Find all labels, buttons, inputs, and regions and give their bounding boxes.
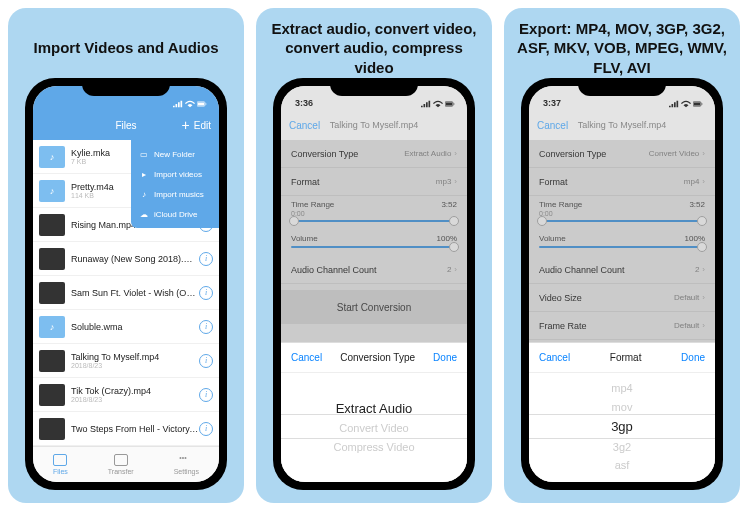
- nav-bar: Cancel Talking To Myself.mp4: [529, 110, 715, 140]
- info-icon[interactable]: i: [199, 252, 213, 266]
- sheet-title: Format: [610, 352, 642, 363]
- tab-files[interactable]: Files: [53, 454, 68, 475]
- file-row[interactable]: Sam Sun Ft. Violet - Wish (Oh No!).mp3i: [33, 276, 219, 310]
- sheet-done[interactable]: Done: [433, 352, 457, 363]
- info-icon[interactable]: i: [199, 286, 213, 300]
- popup-icon: ♪: [139, 189, 149, 199]
- audio-icon: ♪: [39, 146, 65, 168]
- file-row[interactable]: Tik Tok (Crazy).mp42018/8/23i: [33, 378, 219, 412]
- popup-label: Import videos: [154, 170, 202, 179]
- picker-item[interactable]: asf: [615, 457, 630, 475]
- popup-icon: ▸: [139, 169, 149, 179]
- popup-label: New Folder: [154, 150, 195, 159]
- file-row[interactable]: Two Steps From Hell - Victory.mp3i: [33, 412, 219, 446]
- nav-bar: Files + Edit: [33, 110, 219, 140]
- file-row[interactable]: ♪Soluble.wmai: [33, 310, 219, 344]
- audio-icon: ♪: [39, 316, 65, 338]
- info-icon[interactable]: i: [199, 320, 213, 334]
- video-thumbnail: [39, 214, 65, 236]
- tab-bar: Files Transfer •••Settings: [33, 446, 219, 482]
- card-title: Extract audio, convert video, convert au…: [264, 18, 484, 78]
- nav-title: Talking To Myself.mp4: [330, 120, 418, 130]
- file-row[interactable]: Runaway (New Song 2018).mp4i: [33, 242, 219, 276]
- status-icons: [669, 100, 703, 108]
- phone-frame: Files + Edit ♪Kylie.mka7 KBi♪Pretty.m4a1…: [25, 78, 227, 490]
- conversion-settings: Conversion Type Convert Video› Format mp…: [529, 140, 715, 482]
- sheet-title: Conversion Type: [340, 352, 415, 363]
- promo-card-3: Export: MP4, MOV, 3GP, 3G2, ASF, MKV, VO…: [504, 8, 740, 503]
- phone-frame: 3:37 Cancel Talking To Myself.mp4 Conver…: [521, 78, 723, 490]
- status-icons: [173, 100, 207, 108]
- popup-item[interactable]: ▭New Folder: [131, 144, 219, 164]
- popup-item[interactable]: ♪Import musics: [131, 184, 219, 204]
- svg-rect-1: [198, 103, 204, 106]
- picker-item[interactable]: mov: [612, 399, 633, 417]
- picker-item[interactable]: Extract Audio: [336, 399, 413, 420]
- picker-sheet: Cancel Conversion Type Done Extract Audi…: [281, 342, 467, 482]
- info-icon[interactable]: i: [199, 388, 213, 402]
- popup-label: iCloud Drive: [154, 210, 198, 219]
- popup-icon: ☁: [139, 209, 149, 219]
- add-popup: ▭New Folder▸Import videos♪Import musics☁…: [131, 140, 219, 228]
- sheet-cancel[interactable]: Cancel: [539, 352, 570, 363]
- file-row[interactable]: Talking To Myself.mp42018/8/23i: [33, 344, 219, 378]
- audio-icon: ♪: [39, 180, 65, 202]
- promo-card-2: Extract audio, convert video, convert au…: [256, 8, 492, 503]
- conversion-settings: Conversion Type Extract Audio› Format mp…: [281, 140, 467, 482]
- popup-item[interactable]: ☁iCloud Drive: [131, 204, 219, 224]
- status-time: 3:37: [543, 98, 561, 108]
- card-title: Import Videos and Audios: [29, 18, 222, 78]
- sheet-cancel[interactable]: Cancel: [291, 352, 322, 363]
- svg-rect-7: [694, 103, 700, 106]
- picker-item[interactable]: Compress Video: [333, 439, 414, 457]
- popup-item[interactable]: ▸Import videos: [131, 164, 219, 184]
- file-name: Sam Sun Ft. Violet - Wish (Oh No!).mp3: [71, 288, 199, 298]
- tab-settings[interactable]: •••Settings: [174, 454, 199, 475]
- file-name: Talking To Myself.mp4: [71, 352, 199, 362]
- info-icon[interactable]: i: [199, 422, 213, 436]
- tab-transfer[interactable]: Transfer: [108, 454, 134, 475]
- popup-label: Import musics: [154, 190, 204, 199]
- edit-button[interactable]: Edit: [194, 120, 211, 131]
- nav-bar: Cancel Talking To Myself.mp4: [281, 110, 467, 140]
- file-name: Two Steps From Hell - Victory.mp3: [71, 424, 199, 434]
- video-thumbnail: [39, 384, 65, 406]
- cancel-button[interactable]: Cancel: [537, 120, 577, 131]
- svg-rect-4: [446, 103, 452, 106]
- picker-sheet: Cancel Format Done mp4mov3gp3g2asf: [529, 342, 715, 482]
- file-meta: 2018/8/23: [71, 362, 199, 369]
- status-time: 3:36: [295, 98, 313, 108]
- promo-card-1: Import Videos and Audios Files + Edit: [8, 8, 244, 503]
- picker-item[interactable]: Convert Video: [339, 420, 409, 438]
- file-name: Runaway (New Song 2018).mp4: [71, 254, 199, 264]
- info-icon[interactable]: i: [199, 354, 213, 368]
- add-button[interactable]: +: [182, 117, 190, 133]
- svg-rect-8: [702, 103, 703, 104]
- video-thumbnail: [39, 282, 65, 304]
- svg-rect-5: [454, 103, 455, 104]
- svg-rect-2: [206, 103, 207, 104]
- card-title: Export: MP4, MOV, 3GP, 3G2, ASF, MKV, VO…: [512, 18, 732, 78]
- picker-item[interactable]: mp4: [611, 380, 632, 398]
- video-thumbnail: [39, 418, 65, 440]
- popup-icon: ▭: [139, 149, 149, 159]
- file-name: Tik Tok (Crazy).mp4: [71, 386, 199, 396]
- status-icons: [421, 100, 455, 108]
- picker-wheel[interactable]: mp4mov3gp3g2asf: [529, 373, 715, 482]
- picker-item[interactable]: 3g2: [613, 439, 631, 457]
- nav-title: Talking To Myself.mp4: [578, 120, 666, 130]
- cancel-button[interactable]: Cancel: [289, 120, 329, 131]
- nav-title: Files: [115, 120, 136, 131]
- video-thumbnail: [39, 350, 65, 372]
- video-thumbnail: [39, 248, 65, 270]
- sheet-done[interactable]: Done: [681, 352, 705, 363]
- picker-wheel[interactable]: Extract AudioConvert VideoCompress Video: [281, 373, 467, 482]
- phone-frame: 3:36 Cancel Talking To Myself.mp4 Conver…: [273, 78, 475, 490]
- file-meta: 2018/8/23: [71, 396, 199, 403]
- file-name: Soluble.wma: [71, 322, 199, 332]
- picker-item[interactable]: 3gp: [611, 417, 633, 438]
- file-list[interactable]: ♪Kylie.mka7 KBi♪Pretty.m4a114 KBiRising …: [33, 140, 219, 446]
